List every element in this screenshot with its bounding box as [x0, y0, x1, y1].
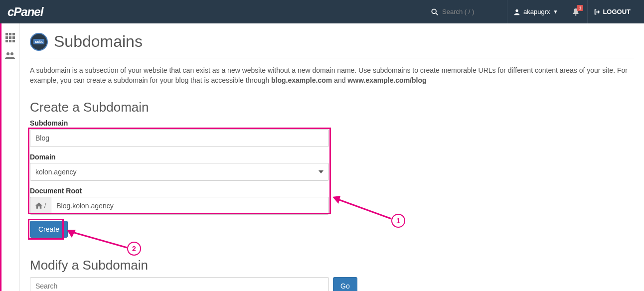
annotation-arrow-1	[331, 194, 396, 224]
annotation-callout-2: 2	[127, 242, 141, 256]
svg-marker-7	[332, 196, 340, 204]
cpanel-logo: cPanel	[7, 5, 43, 19]
svg-marker-9	[67, 230, 76, 238]
svg-point-5	[10, 52, 13, 55]
domain-select[interactable]: kolon.agency	[30, 163, 329, 181]
username-label: akapugrx	[523, 8, 550, 15]
subdomain-input[interactable]	[30, 129, 329, 147]
left-sidebar	[0, 23, 20, 291]
logout-label: LOGOUT	[603, 8, 631, 15]
annotation-arrow-2	[65, 228, 130, 253]
global-search[interactable]	[431, 8, 497, 15]
docroot-input[interactable]	[51, 197, 329, 215]
logout-button[interactable]: LOGOUT	[587, 0, 637, 23]
svg-line-1	[436, 13, 438, 15]
search-icon	[431, 8, 438, 15]
page-description: A subdomain is a subsection of your webs…	[30, 58, 634, 88]
go-button[interactable]: Go	[333, 277, 357, 291]
modify-section-title: Modify a Subdomain	[30, 258, 634, 273]
home-icon: /	[30, 197, 51, 215]
svg-point-2	[515, 9, 518, 11]
top-navbar: cPanel akapugrx ▼ 1 LOGOUT	[0, 0, 644, 23]
svg-line-8	[71, 232, 127, 248]
domain-label: Domain	[30, 153, 329, 161]
notifications-button[interactable]: 1	[564, 0, 587, 23]
subdomains-icon: sub.	[30, 33, 48, 51]
docroot-label: Document Root	[30, 187, 329, 195]
page-title: Subdomains	[54, 32, 143, 51]
sidebar-apps-icon[interactable]	[0, 28, 20, 46]
page-header: sub. Subdomains	[30, 23, 634, 58]
sidebar-users-icon[interactable]	[0, 46, 20, 64]
create-button[interactable]: Create	[30, 221, 68, 238]
logout-icon	[594, 8, 601, 15]
create-section-title: Create a Subdomain	[30, 100, 634, 115]
main-content: sub. Subdomains A subdomain is a subsect…	[20, 23, 644, 291]
global-search-input[interactable]	[442, 8, 497, 15]
svg-point-3	[575, 14, 577, 15]
svg-point-0	[432, 9, 436, 13]
user-menu[interactable]: akapugrx ▼	[507, 0, 564, 23]
svg-point-4	[6, 52, 9, 55]
user-icon	[513, 8, 520, 15]
annotation-edge	[0, 23, 1, 291]
caret-down-icon: ▼	[553, 9, 558, 14]
subdomain-label: Subdomain	[30, 119, 329, 127]
svg-line-6	[336, 199, 391, 219]
notification-badge: 1	[577, 5, 583, 11]
modify-search-input[interactable]	[30, 277, 329, 291]
